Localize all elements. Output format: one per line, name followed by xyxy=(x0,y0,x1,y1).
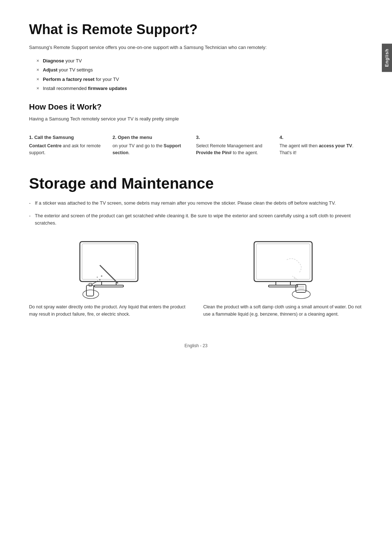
svg-rect-2 xyxy=(102,282,116,285)
side-tab: English xyxy=(382,44,392,72)
svg-point-17 xyxy=(292,290,310,299)
remote-support-intro: Samsung's Remote Support service offers … xyxy=(29,44,363,52)
storage-images-row: Do not spray water directly onto the pro… xyxy=(29,238,363,318)
cloth-clean-illustration xyxy=(243,238,323,303)
step-2: 2. Open the menu on your TV and go to th… xyxy=(113,134,196,157)
svg-point-4 xyxy=(83,290,99,299)
step-1: 1. Call the Samsung Contact Centre and a… xyxy=(29,134,113,157)
step-2-num: 2. Open the menu xyxy=(113,135,152,140)
step-4-num: 4. xyxy=(279,135,283,140)
step-4: 4. The agent will then access your TV. T… xyxy=(279,134,363,157)
svg-rect-13 xyxy=(254,242,312,282)
remote-support-bullets: Diagnose your TV Adjust your TV settings… xyxy=(36,57,363,92)
image-2-caption: Clean the product with a soft damp cloth… xyxy=(203,303,363,318)
svg-point-10 xyxy=(99,279,101,280)
svg-line-9 xyxy=(100,265,118,283)
storage-bullets: If a sticker was attached to the TV scre… xyxy=(29,200,363,227)
no-spray-illustration xyxy=(69,238,149,303)
storage-bullet-1: If a sticker was attached to the TV scre… xyxy=(29,200,363,207)
svg-point-12 xyxy=(101,275,102,277)
svg-line-23 xyxy=(292,276,296,278)
svg-rect-3 xyxy=(94,285,123,287)
svg-rect-5 xyxy=(86,285,94,296)
bullet-adjust: Adjust your TV settings xyxy=(36,66,363,74)
svg-rect-0 xyxy=(80,242,138,282)
svg-rect-14 xyxy=(256,244,310,279)
steps-row: 1. Call the Samsung Contact Centre and a… xyxy=(29,134,363,157)
bullet-firmware: Install recommended firmware updates xyxy=(36,85,363,92)
step-3-num: 3. xyxy=(196,135,200,140)
step-1-text: Contact Centre and ask for remote suppor… xyxy=(29,143,105,157)
page-footer: English - 23 xyxy=(29,340,363,348)
how-does-it-work-intro: Having a Samsung Tech remotely service y… xyxy=(29,115,363,123)
step-2-text: on your TV and go to the Support section… xyxy=(113,143,189,157)
step-1-num: 1. Call the Samsung xyxy=(29,135,74,140)
bullet-diagnose: Diagnose your TV xyxy=(36,57,363,65)
svg-point-11 xyxy=(97,277,98,278)
step-3: 3. Select Remote Management and Provide … xyxy=(196,134,279,157)
bullet-factory-reset: Perform a factory reset for your TV xyxy=(36,76,363,83)
svg-rect-15 xyxy=(276,282,290,285)
how-does-it-work-title: How Does it Work? xyxy=(29,102,363,112)
image-col-2: Clean the product with a soft damp cloth… xyxy=(203,238,363,318)
image-1-caption: Do not spray water directly onto the pro… xyxy=(29,303,189,318)
step-4-text: The agent will then access your TV. That… xyxy=(279,143,356,157)
svg-rect-16 xyxy=(269,285,298,287)
remote-support-title: What is Remote Support? xyxy=(29,22,363,37)
step-3-text: Select Remote Management and Provide the… xyxy=(196,143,272,157)
storage-bullet-2: The exterior and screen of the product c… xyxy=(29,212,363,227)
storage-title: Storage and Maintenance xyxy=(29,175,363,192)
image-col-1: Do not spray water directly onto the pro… xyxy=(29,238,189,318)
